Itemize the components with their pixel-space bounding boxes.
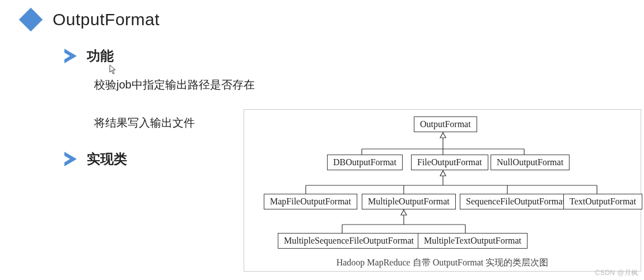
arrow-icon [64, 49, 77, 63]
page-title: OutputFormat [53, 10, 160, 29]
section-impl-label: 实现类 [87, 150, 127, 168]
node-root: OutputFormat [414, 116, 477, 132]
node-multipleoutputformat: MultipleOutputFormat [362, 194, 456, 209]
node-nulloutputformat: NullOutputFormat [491, 155, 570, 170]
node-mapfileoutputformat: MapFileOutputFormat [264, 194, 357, 209]
node-textoutputformat: TextOutputFormat [563, 194, 642, 209]
func-item-0: 校验job中指定输出路径是否存在 [94, 77, 255, 92]
node-fileoutputformat: FileOutputFormat [411, 155, 488, 170]
watermark: CSDN @月枫 [595, 268, 638, 278]
section-impl: 实现类 [64, 150, 127, 168]
node-sequencefileoutputformat: SequenceFileOutputFormat [460, 194, 571, 209]
node-multipleseqfileoutputformat: MultipleSequenceFileOutputFormat [278, 233, 420, 249]
diagram-caption: Hadoop MapReduce 自带 OutputFormat 实现的类层次图 [244, 257, 641, 269]
title-row: OutputFormat [22, 10, 160, 29]
arrow-icon [64, 152, 77, 166]
section-func-label: 功能 [87, 47, 114, 65]
diagram-panel: OutputFormat DBOutputFormat FileOutputFo… [244, 109, 641, 272]
node-multipletextfileoutputformat: MultipleTextOutputFormat [418, 233, 528, 249]
diamond-icon [19, 8, 43, 31]
cursor-icon [109, 64, 117, 74]
node-dboutputformat: DBOutputFormat [327, 155, 403, 170]
func-item-1: 将结果写入输出文件 [94, 115, 195, 130]
page-root: OutputFormat 功能 校验job中指定输出路径是否存在 将结果写入输出… [0, 0, 644, 280]
section-func: 功能 [64, 47, 114, 65]
